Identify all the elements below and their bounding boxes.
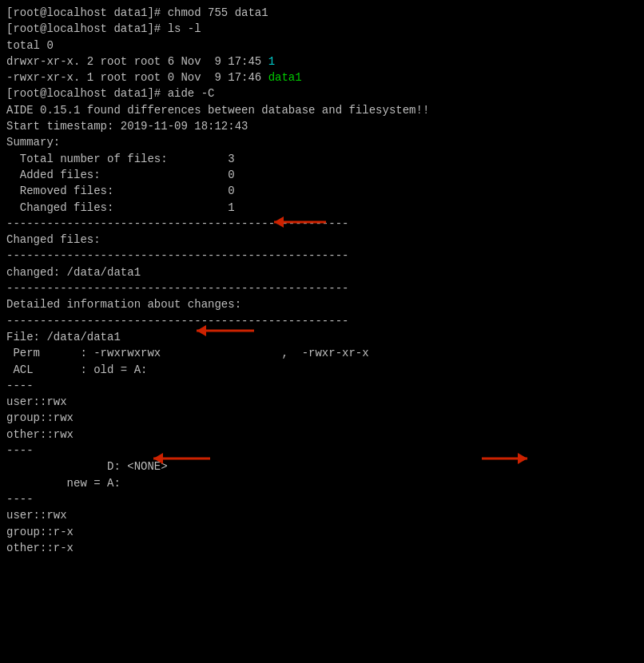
terminal-line-l19: ----------------------------------------… [6, 248, 638, 264]
terminal-line-l38: ---- [6, 491, 638, 507]
terminal-line-l29: Perm : -rwxrwxrwx , -rwxr-xr-x [6, 345, 638, 361]
terminal-line-l5: -rwxr-xr-x. 1 root root 0 Nov 9 17:46 da… [6, 69, 638, 85]
terminal-line-l10: Summary: [6, 134, 638, 150]
terminal-line-l13: Removed files: 0 [6, 183, 638, 199]
terminal-line-l35: ---- [6, 443, 638, 459]
terminal-output: [root@localhost data1]# chmod 755 data1[… [6, 5, 638, 556]
terminal-line-l2: [root@localhost data1]# ls -l [6, 21, 638, 37]
terminal-line-l37: new = A: [6, 475, 638, 491]
terminal-line-l8: Start timestamp: 2019-11-09 18:12:43 [6, 118, 638, 134]
terminal-line-l6: [root@localhost data1]# aide -C [6, 85, 638, 101]
terminal-line-l30: ACL : old = A: [6, 362, 638, 378]
terminal-line-l3: total 0 [6, 38, 638, 54]
terminal-line-l18: Changed files: [6, 232, 638, 248]
terminal-window: [root@localhost data1]# chmod 755 data1[… [6, 5, 638, 663]
terminal-line-l23: ----------------------------------------… [6, 280, 638, 296]
terminal-line-l33: group::rwx [6, 410, 638, 426]
terminal-line-l34: other::rwx [6, 427, 638, 443]
terminal-line-l17: ----------------------------------------… [6, 216, 638, 232]
terminal-line-l36: D: <NONE> [6, 459, 638, 474]
terminal-line-l39: user::rwx [6, 507, 638, 523]
terminal-line-l4: drwxr-xr-x. 2 root root 6 Nov 9 17:45 1 [6, 54, 638, 69]
terminal-line-l24: Detailed information about changes: [6, 296, 638, 312]
terminal-line-l40: group::r-x [6, 524, 638, 540]
terminal-line-l1: [root@localhost data1]# chmod 755 data1 [6, 5, 638, 21]
terminal-line-l31: ---- [6, 378, 638, 394]
terminal-line-l12: Added files: 0 [6, 167, 638, 183]
terminal-line-l28: File: /data/data1 [6, 329, 638, 345]
terminal-line-l32: user::rwx [6, 394, 638, 410]
terminal-line-l25: ----------------------------------------… [6, 313, 638, 329]
terminal-line-l7: AIDE 0.15.1 found differences between da… [6, 102, 638, 118]
terminal-line-l11: Total number of files: 3 [6, 151, 638, 167]
terminal-line-l21: changed: /data/data1 [6, 264, 638, 280]
terminal-line-l14: Changed files: 1 [6, 200, 638, 216]
terminal-line-l41: other::r-x [6, 540, 638, 556]
